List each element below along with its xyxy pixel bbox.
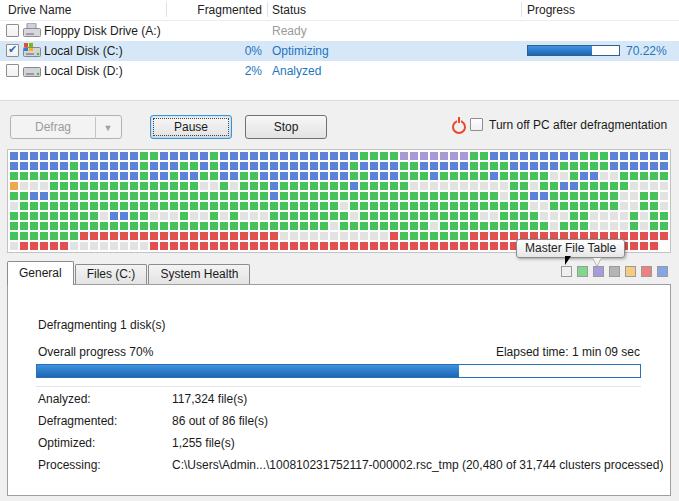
- cluster-cell: [20, 162, 28, 170]
- cluster-cell: [10, 242, 18, 250]
- cluster-cell: [400, 192, 408, 200]
- cluster-cell: [540, 152, 548, 160]
- drive-checkbox[interactable]: [6, 24, 19, 37]
- cluster-cell: [360, 162, 368, 170]
- tab-system-health[interactable]: System Health: [148, 264, 250, 285]
- column-header-status[interactable]: Status: [272, 3, 306, 17]
- cluster-cell: [210, 232, 218, 240]
- cluster-cell: [590, 202, 598, 210]
- cluster-cell: [200, 232, 208, 240]
- cluster-cell: [300, 202, 308, 210]
- cluster-cell: [340, 152, 348, 160]
- general-tab-panel: Defragmenting 1 disk(s) Overall progress…: [7, 284, 671, 496]
- cluster-cell: [370, 242, 378, 250]
- cluster-cell: [500, 212, 508, 220]
- cluster-cell: [540, 212, 548, 220]
- cluster-cell: [110, 232, 118, 240]
- cluster-cell: [590, 162, 598, 170]
- cluster-cell: [290, 152, 298, 160]
- cluster-cell: [200, 182, 208, 190]
- cluster-cell: [450, 172, 458, 180]
- drive-row-local-c[interactable]: Local Disk (C:) 0% Optimizing 70.22%: [0, 41, 679, 61]
- cluster-cell: [130, 202, 138, 210]
- cluster-cell: [130, 232, 138, 240]
- cluster-cell: [100, 182, 108, 190]
- drive-checkbox[interactable]: [6, 64, 19, 77]
- cluster-cell: [300, 232, 308, 240]
- cluster-cell: [480, 242, 488, 250]
- cluster-cell: [620, 152, 628, 160]
- cluster-cell: [350, 172, 358, 180]
- stat-value: 86 out of 86 file(s): [172, 414, 268, 428]
- cluster-cell: [60, 242, 68, 250]
- stop-button[interactable]: Stop: [245, 115, 327, 139]
- drive-fragmented: 0%: [166, 44, 262, 58]
- cluster-cell: [290, 172, 298, 180]
- drive-checkbox[interactable]: [6, 44, 19, 57]
- cluster-cell: [580, 182, 588, 190]
- cluster-cell: [160, 212, 168, 220]
- cluster-cell: [550, 182, 558, 190]
- cluster-cell: [150, 202, 158, 210]
- cluster-cell: [130, 242, 138, 250]
- cluster-cell: [340, 192, 348, 200]
- cluster-cell: [220, 172, 228, 180]
- cluster-cell: [160, 222, 168, 230]
- cluster-cell: [110, 202, 118, 210]
- cluster-cell: [250, 232, 258, 240]
- cluster-cell: [110, 192, 118, 200]
- cluster-cell: [40, 192, 48, 200]
- cluster-cell: [10, 232, 18, 240]
- tab-general[interactable]: General: [7, 261, 74, 285]
- cluster-cell: [610, 212, 618, 220]
- column-header-drive-name[interactable]: Drive Name: [8, 3, 71, 17]
- cluster-cell: [10, 202, 18, 210]
- cluster-cell: [140, 192, 148, 200]
- cluster-cell: [130, 162, 138, 170]
- cluster-cell: [410, 182, 418, 190]
- cluster-cell: [380, 242, 388, 250]
- column-header-progress[interactable]: Progress: [527, 3, 575, 17]
- defrag-button[interactable]: Defrag▼: [10, 115, 122, 139]
- cluster-cell: [360, 222, 368, 230]
- cluster-cell: [500, 242, 508, 250]
- cluster-cell: [400, 162, 408, 170]
- drive-progress-bar: [527, 45, 620, 56]
- cluster-cell: [420, 212, 428, 220]
- cluster-cell: [190, 232, 198, 240]
- cluster-cell: [510, 212, 518, 220]
- cluster-cell: [40, 182, 48, 190]
- cluster-cell: [400, 212, 408, 220]
- cluster-cell: [250, 162, 258, 170]
- pause-button[interactable]: Pause: [150, 115, 232, 139]
- defrag-dropdown-arrow-icon[interactable]: ▼: [95, 117, 120, 139]
- cluster-cell: [600, 222, 608, 230]
- cluster-cell: [610, 222, 618, 230]
- cluster-cell: [490, 222, 498, 230]
- drive-row-floppy-a[interactable]: Floppy Disk Drive (A:) Ready: [0, 21, 679, 41]
- cluster-cell: [140, 212, 148, 220]
- cluster-cell: [530, 192, 538, 200]
- cluster-cell: [40, 202, 48, 210]
- cluster-cell: [250, 242, 258, 250]
- cluster-cell: [170, 182, 178, 190]
- cluster-cell: [150, 182, 158, 190]
- tab-files-c[interactable]: Files (C:): [75, 264, 148, 285]
- cluster-cell: [210, 242, 218, 250]
- cluster-cell: [520, 182, 528, 190]
- cluster-cell: [470, 232, 478, 240]
- cluster-cell: [280, 202, 288, 210]
- drive-row-local-d[interactable]: Local Disk (D:) 2% Analyzed: [0, 61, 679, 81]
- column-header-fragmented[interactable]: Fragmented: [166, 3, 262, 17]
- cluster-cell: [230, 202, 238, 210]
- cluster-cell: [620, 222, 628, 230]
- cluster-cell: [330, 182, 338, 190]
- turn-off-label[interactable]: Turn off PC after defragmentation: [489, 118, 667, 132]
- turn-off-checkbox[interactable]: [470, 118, 483, 131]
- cluster-cell: [460, 192, 468, 200]
- cluster-cell: [180, 192, 188, 200]
- cluster-cell: [30, 192, 38, 200]
- cluster-cell: [360, 212, 368, 220]
- cluster-cell: [500, 172, 508, 180]
- cluster-cell: [580, 152, 588, 160]
